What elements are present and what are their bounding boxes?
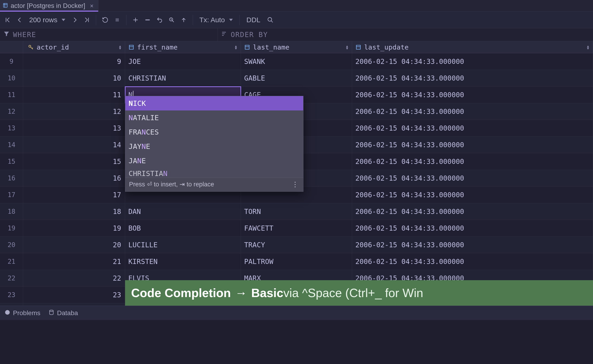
row-number[interactable]: 13 [0, 120, 23, 136]
cell-last-update[interactable]: 2006-02-15 04:34:33.000000 [352, 220, 593, 236]
row-number[interactable]: 15 [0, 153, 23, 170]
row-number[interactable]: 14 [0, 136, 23, 153]
first-page-button[interactable] [2, 14, 13, 26]
cell-actor-id[interactable]: 10 [23, 70, 125, 86]
reload-button[interactable] [99, 14, 111, 26]
cell-actor-id[interactable]: 9 [23, 53, 125, 70]
status-problems[interactable]: Problems [5, 309, 40, 317]
cell-last-name[interactable]: GABLE [241, 70, 352, 86]
cell-first-name[interactable]: KIRSTEN [125, 253, 241, 270]
cell-actor-id[interactable]: 14 [23, 136, 125, 153]
autocomplete-item[interactable]: NICK [125, 96, 303, 110]
cell-last-update[interactable]: 2006-02-15 04:34:33.000000 [352, 87, 593, 103]
stop-button[interactable] [111, 14, 123, 26]
cell-actor-id[interactable]: 18 [23, 203, 125, 220]
cell-last-update[interactable]: 2006-02-15 04:34:33.000000 [352, 203, 593, 220]
cell-last-update[interactable]: 2006-02-15 04:34:33.000000 [352, 70, 593, 86]
cell-last-update[interactable]: 2006-02-15 04:34:33.000000 [352, 170, 593, 186]
cell-actor-id[interactable]: 12 [23, 103, 125, 120]
row-number[interactable]: 18 [0, 203, 23, 220]
add-row-button[interactable] [130, 14, 141, 26]
cell-last-name[interactable]: SWANK [241, 53, 352, 70]
close-icon[interactable]: × [90, 2, 94, 9]
cell-last-update[interactable]: 2006-02-15 04:34:33.000000 [352, 120, 593, 136]
autocomplete-hint: Press ⏎ to insert, ⇥ to replace ⋮ [125, 178, 303, 191]
cell-last-name[interactable]: TORN [241, 203, 352, 220]
svg-rect-1 [116, 18, 119, 21]
cell-actor-id[interactable]: 23 [23, 287, 125, 303]
ddl-button[interactable]: DDL [243, 16, 264, 24]
cell-actor-id[interactable]: 15 [23, 153, 125, 170]
status-database[interactable]: Databa [49, 309, 78, 317]
autocomplete-item[interactable]: FRANCES [125, 125, 303, 139]
cell-first-name[interactable]: LUCILLE [125, 237, 241, 253]
cell-last-name[interactable]: PALTROW [241, 253, 352, 270]
cell-actor-id[interactable]: 11 [23, 87, 125, 103]
cell-last-name[interactable]: FAWCETT [241, 220, 352, 236]
cell-last-update[interactable]: 2006-02-15 04:34:33.000000 [352, 237, 593, 253]
more-icon[interactable]: ⋮ [292, 180, 299, 188]
row-number[interactable]: 10 [0, 70, 23, 86]
row-number[interactable]: 12 [0, 103, 23, 120]
search-button[interactable] [265, 14, 276, 26]
svg-rect-0 [3, 3, 7, 7]
cell-last-update[interactable]: 2006-02-15 04:34:33.000000 [352, 136, 593, 153]
sort-icon [221, 30, 228, 39]
svg-rect-5 [129, 45, 133, 49]
column-header-last-update[interactable]: last_update ▴▾ [352, 41, 593, 53]
next-page-button[interactable] [69, 14, 81, 26]
cell-first-name[interactable]: BOB [125, 220, 241, 236]
row-number[interactable]: 22 [0, 270, 23, 286]
cell-actor-id[interactable]: 22 [23, 270, 125, 286]
delete-row-button[interactable] [142, 14, 153, 26]
cell-first-name[interactable]: JOE [125, 53, 241, 70]
row-number[interactable]: 19 [0, 220, 23, 236]
column-icon [128, 44, 134, 50]
svg-point-9 [50, 310, 53, 312]
cell-last-update[interactable]: 2006-02-15 04:34:33.000000 [352, 153, 593, 170]
revert-button[interactable] [154, 14, 165, 26]
where-filter-input[interactable]: WHERE [0, 28, 218, 41]
last-page-button[interactable] [81, 14, 93, 26]
cell-actor-id[interactable]: 20 [23, 237, 125, 253]
column-header-actor-id[interactable]: actor_id ▴▾ [23, 41, 125, 53]
autocomplete-item[interactable]: NATALIE [125, 110, 303, 125]
tx-mode-dropdown[interactable]: Tx: Auto [196, 14, 236, 26]
cell-actor-id[interactable]: 17 [23, 187, 125, 203]
row-number[interactable]: 11 [0, 87, 23, 103]
cell-last-update[interactable]: 2006-02-15 04:34:33.000000 [352, 103, 593, 120]
sort-indicator-icon: ▴▾ [119, 45, 122, 50]
autocomplete-item[interactable]: CHRISTIAN [125, 168, 303, 178]
autocomplete-item[interactable]: JAYNE [125, 139, 303, 154]
submit-button[interactable] [178, 14, 189, 26]
column-header-last-name[interactable]: last_name ▴▾ [241, 41, 352, 53]
row-number[interactable]: 17 [0, 187, 23, 203]
tab-title: actor [Postgres in Docker] [11, 2, 85, 9]
cell-first-name[interactable]: DAN [125, 203, 241, 220]
preview-pending-button[interactable] [166, 14, 177, 26]
prev-page-button[interactable] [14, 14, 26, 26]
cell-actor-id[interactable]: 13 [23, 120, 125, 136]
table-row: 1010CHRISTIANGABLE2006-02-15 04:34:33.00… [0, 70, 593, 87]
cell-last-update[interactable]: 2006-02-15 04:34:33.000000 [352, 53, 593, 70]
cell-last-name[interactable]: TRACY [241, 237, 352, 253]
cell-actor-id[interactable]: 16 [23, 170, 125, 186]
cell-last-update[interactable]: 2006-02-15 04:34:33.000000 [352, 253, 593, 270]
page-size-dropdown[interactable]: 200 rows [26, 14, 69, 26]
editor-tab-actor[interactable]: actor [Postgres in Docker] × [0, 0, 98, 11]
sort-indicator-icon: ▴▾ [586, 45, 590, 50]
cell-first-name[interactable]: CHRISTIAN [125, 70, 241, 86]
filter-bar: WHERE ORDER BY [0, 28, 593, 41]
row-number[interactable]: 23 [0, 287, 23, 303]
row-number[interactable]: 20 [0, 237, 23, 253]
row-number[interactable]: 21 [0, 253, 23, 270]
cell-actor-id[interactable]: 21 [23, 253, 125, 270]
autocomplete-item[interactable]: JANE [125, 154, 303, 168]
cell-actor-id[interactable]: 19 [23, 220, 125, 236]
orderby-filter-input[interactable]: ORDER BY [218, 28, 593, 41]
row-number[interactable]: 16 [0, 170, 23, 186]
row-number-header[interactable] [0, 41, 23, 53]
row-number[interactable]: 9 [0, 53, 23, 70]
cell-last-update[interactable]: 2006-02-15 04:34:33.000000 [352, 187, 593, 203]
column-header-first-name[interactable]: first_name ▴▾ [125, 41, 241, 53]
